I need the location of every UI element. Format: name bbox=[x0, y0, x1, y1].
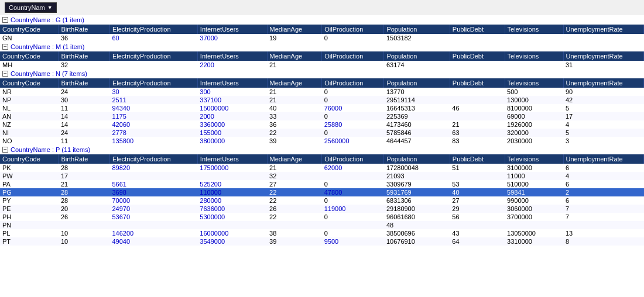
table-row[interactable]: PW173221093110004 bbox=[0, 172, 644, 180]
cell-countrycode: NO bbox=[0, 137, 59, 145]
cell-electricityproduction bbox=[109, 172, 197, 180]
cell-oilproduction: 0 bbox=[322, 96, 384, 104]
col-header-countrycode: CountryCode bbox=[0, 51, 59, 61]
col-header-countrycode: CountryCode bbox=[0, 25, 59, 34]
col-header-oilproduction: OilProduction bbox=[322, 78, 384, 88]
col-header-publicdebt: PublicDebt bbox=[450, 25, 505, 34]
cell-population: 38500696 bbox=[384, 229, 450, 237]
cell-population: 1503182 bbox=[384, 34, 450, 42]
cell-birthrate: 28 bbox=[59, 196, 109, 205]
cell-unemploymentrate: 90 bbox=[563, 88, 644, 96]
cell-televisions: 11000 bbox=[505, 172, 563, 180]
cell-birthrate: 36 bbox=[59, 34, 109, 42]
cell-medianage: 40 bbox=[267, 104, 322, 112]
cell-countrycode: PW bbox=[0, 172, 59, 180]
table-row[interactable]: NR24303002101377050090 bbox=[0, 88, 644, 96]
group-header-g[interactable]: −CountryName : G (1 item) bbox=[0, 15, 644, 25]
table-row[interactable]: PE20249707636000261190002918090029306000… bbox=[0, 205, 644, 213]
cell-electricityproduction: 89820 bbox=[109, 164, 197, 172]
cell-countrycode: NI bbox=[0, 129, 59, 137]
cell-oilproduction: 0 bbox=[322, 112, 384, 120]
group-collapse-icon-p[interactable]: − bbox=[2, 147, 8, 153]
cell-publicdebt: 53 bbox=[450, 180, 505, 188]
group-header-m[interactable]: −CountryName : M (1 item) bbox=[0, 42, 644, 51]
table-row[interactable]: PA2156615252002703309679535100006 bbox=[0, 180, 644, 188]
cell-countrycode: NP bbox=[0, 96, 59, 104]
cell-unemploymentrate: 5 bbox=[563, 129, 644, 137]
col-header-oilproduction: OilProduction bbox=[322, 154, 384, 164]
col-header-internetusers: InternetUsers bbox=[197, 25, 267, 34]
cell-internetusers: 16000000 bbox=[197, 229, 267, 237]
table-row[interactable]: NO11135800380000039256000046444578320300… bbox=[0, 137, 644, 145]
sort-button[interactable]: CountryNam ▼ bbox=[5, 2, 57, 13]
cell-electricityproduction: 146200 bbox=[109, 229, 197, 237]
table-row[interactable]: PT10490403549000399500106769106433100008 bbox=[0, 237, 644, 246]
group-collapse-icon-n[interactable]: − bbox=[2, 71, 8, 77]
cell-internetusers: 37000 bbox=[197, 34, 267, 42]
cell-oilproduction bbox=[322, 221, 384, 229]
table-row[interactable]: PL10146200160000003803850069643130500001… bbox=[0, 229, 644, 237]
table-row[interactable]: MH322200216317431 bbox=[0, 61, 644, 69]
cell-publicdebt: 40 bbox=[450, 188, 505, 196]
table-row[interactable]: NI2427781550002205785846633200005 bbox=[0, 129, 644, 137]
cell-medianage: 27 bbox=[267, 180, 322, 188]
table-row[interactable]: NZ14420603360000362588041734602119260004 bbox=[0, 120, 644, 129]
cell-televisions: 320000 bbox=[505, 129, 563, 137]
table-row[interactable]: PK28898201750000021620001728000485131000… bbox=[0, 164, 644, 172]
col-header-publicdebt: PublicDebt bbox=[450, 51, 505, 61]
cell-countrycode: PH bbox=[0, 213, 59, 221]
group-header-p[interactable]: −CountryName : P (11 items) bbox=[0, 145, 644, 154]
col-header-internetusers: InternetUsers bbox=[197, 51, 267, 61]
group-header-n[interactable]: −CountryName : N (7 items) bbox=[0, 69, 644, 78]
table-row[interactable]: NP3025113371002102951911413000042 bbox=[0, 96, 644, 104]
cell-unemploymentrate: 5 bbox=[563, 104, 644, 112]
col-header-unemploymentrate: UnemploymentRate bbox=[563, 154, 644, 164]
cell-population: 172800048 bbox=[384, 164, 450, 172]
cell-internetusers: 2200 bbox=[197, 61, 267, 69]
cell-televisions: 8100000 bbox=[505, 104, 563, 112]
col-header-population: Population bbox=[384, 78, 450, 88]
cell-televisions bbox=[505, 61, 563, 69]
cell-oilproduction: 119000 bbox=[322, 205, 384, 213]
col-header-televisions: Televisions bbox=[505, 78, 563, 88]
group-collapse-icon-m[interactable]: − bbox=[2, 44, 8, 50]
cell-medianage: 21 bbox=[267, 96, 322, 104]
cell-medianage: 22 bbox=[267, 188, 322, 196]
cell-oilproduction: 2560000 bbox=[322, 137, 384, 145]
cell-publicdebt bbox=[450, 61, 505, 69]
cell-birthrate: 24 bbox=[59, 129, 109, 137]
cell-population: 16645313 bbox=[384, 104, 450, 112]
col-header-internetusers: InternetUsers bbox=[197, 78, 267, 88]
sort-arrow-icon: ▼ bbox=[47, 5, 53, 11]
col-header-internetusers: InternetUsers bbox=[197, 154, 267, 164]
cell-internetusers: 3549000 bbox=[197, 237, 267, 246]
cell-birthrate: 10 bbox=[59, 229, 109, 237]
table-row[interactable]: PN48 bbox=[0, 221, 644, 229]
cell-internetusers: 5300000 bbox=[197, 213, 267, 221]
cell-publicdebt: 56 bbox=[450, 213, 505, 221]
cell-countrycode: NL bbox=[0, 104, 59, 112]
cell-population: 6831306 bbox=[384, 196, 450, 205]
table-row[interactable]: NL11943401500000040760001664531346810000… bbox=[0, 104, 644, 112]
cell-medianage: 21 bbox=[267, 88, 322, 96]
cell-unemploymentrate: 8 bbox=[563, 237, 644, 246]
col-header-electricityproduction: ElectricityProduction bbox=[109, 25, 197, 34]
table-row[interactable]: AN14117520003302253696900017 bbox=[0, 112, 644, 120]
table-row[interactable]: PG2836981100002247800593176940598412 bbox=[0, 188, 644, 196]
table-row[interactable]: PH26536705300000220960616805637000007 bbox=[0, 213, 644, 221]
table-row[interactable]: PY28700002800002206831306279900006 bbox=[0, 196, 644, 205]
group-collapse-icon-g[interactable]: − bbox=[2, 17, 8, 23]
col-header-oilproduction: OilProduction bbox=[322, 51, 384, 61]
cell-birthrate: 17 bbox=[59, 172, 109, 180]
cell-unemploymentrate: 42 bbox=[563, 96, 644, 104]
table-row[interactable]: GN3660370001901503182 bbox=[0, 34, 644, 42]
cell-oilproduction: 47800 bbox=[322, 188, 384, 196]
cell-medianage: 32 bbox=[267, 172, 322, 180]
cell-medianage: 22 bbox=[267, 129, 322, 137]
cell-oilproduction: 0 bbox=[322, 229, 384, 237]
cell-publicdebt bbox=[450, 172, 505, 180]
cell-countrycode: NR bbox=[0, 88, 59, 96]
col-header-oilproduction: OilProduction bbox=[322, 25, 384, 34]
cell-countrycode: PE bbox=[0, 205, 59, 213]
cell-population: 13770 bbox=[384, 88, 450, 96]
